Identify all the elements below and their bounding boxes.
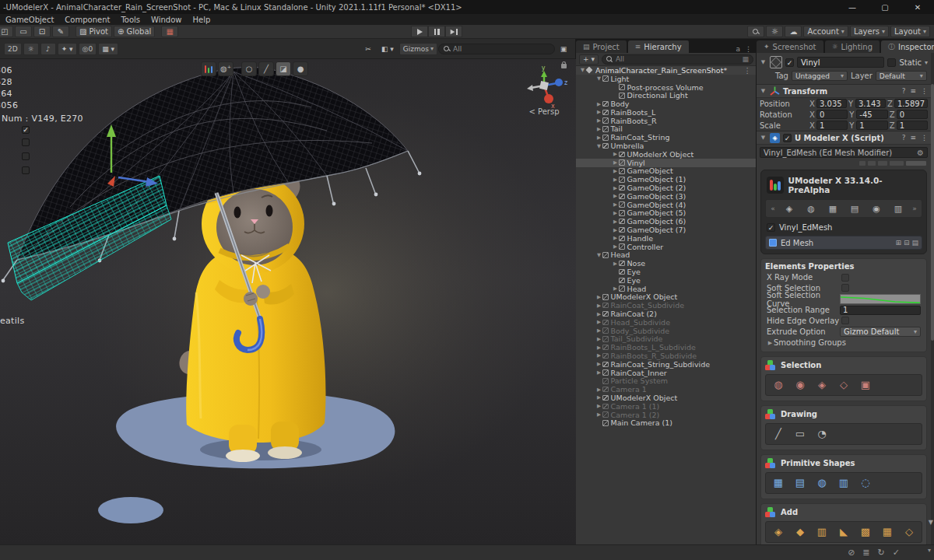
foldout-closed-icon[interactable]: ▶ [595, 319, 602, 325]
layout-dropdown[interactable]: Layout▾ [890, 26, 930, 37]
account-dropdown[interactable]: Account▾ [803, 26, 848, 37]
presets-icon[interactable]: ≡ [910, 87, 916, 95]
prim-torus-icon[interactable]: ◌ [856, 475, 875, 491]
foldout-closed-icon[interactable]: ▶ [595, 403, 602, 409]
foldout-closed-icon[interactable]: ▶ [612, 227, 619, 233]
tree-item-camera-1-1-[interactable]: ▶Camera 1 (1) [576, 402, 756, 411]
pause-button[interactable] [428, 26, 445, 37]
tree-item-raincoat-string[interactable]: ▶RainCoat_String [576, 133, 756, 142]
tree-item-tail[interactable]: ▶Tail [576, 125, 756, 134]
selection-range-field[interactable]: 1 [840, 306, 921, 315]
chevron-right-icon[interactable]: ▶ [767, 340, 774, 346]
tree-item-main-camera-1-[interactable]: Main Camera (1) [576, 418, 756, 427]
vertex-mode-icon[interactable]: ○ [241, 61, 257, 76]
tree-item-umodelerx-object[interactable]: ▶UModelerX Object [576, 394, 756, 402]
more-icon[interactable]: ⋮ [921, 87, 928, 95]
capsule-wire-icon[interactable]: ▥ [890, 201, 907, 215]
tree-item-particle-system[interactable]: Particle System [576, 376, 756, 385]
minimize-button[interactable]: — [836, 0, 869, 14]
position-x-field[interactable]: 3.035 [816, 99, 847, 108]
position-z-field[interactable]: 1.5897 [894, 99, 928, 108]
tree-item-animalcharacter-rain-screenshot-[interactable]: ▼AnimalCharacter_Rain_ScreenShot*⋮ [576, 66, 756, 75]
add-lattice-icon[interactable]: ▦ [878, 524, 897, 540]
static-checkbox[interactable] [887, 58, 896, 67]
tree-item-gameobject-5-[interactable]: ▶GameObject (5) [576, 209, 756, 218]
foldout-closed-icon[interactable]: ▶ [612, 219, 619, 225]
tag-dropdown[interactable]: Untagged▾ [792, 71, 848, 81]
scene-options-icon[interactable]: ⋮ [744, 66, 757, 75]
tree-item-head[interactable]: ▼Head [576, 251, 756, 260]
scene-viewport[interactable]: 3066282643056 Num : V149, E270 ✓ eatils … [0, 59, 576, 544]
custom-tool-icon[interactable]: ✎ [52, 26, 69, 37]
tree-item-raincoat-subdivide[interactable]: ▶RainCoat_Subdivide [576, 301, 756, 310]
2d-toggle[interactable]: 2D [4, 43, 22, 55]
foldout-closed-icon[interactable]: ▶ [595, 336, 602, 342]
foldout-closed-icon[interactable]: ▶ [612, 168, 619, 174]
rotation-z-field[interactable]: 0 [897, 110, 928, 119]
grid-snap-button[interactable]: ▦ [161, 26, 178, 37]
add-face-icon[interactable]: ◈ [769, 524, 788, 540]
foldout-closed-icon[interactable]: ▶ [612, 210, 619, 216]
tree-item-umbrella[interactable]: ▼Umbrella [576, 142, 756, 150]
umodeler-logo-icon[interactable] [201, 61, 216, 76]
soft-selection-checkbox[interactable] [841, 284, 849, 292]
search-button[interactable] [747, 26, 764, 37]
gameobject-name-field[interactable]: Vinyl [797, 57, 884, 68]
tree-item-umodelerx-object[interactable]: ▶UModelerX Object [576, 150, 756, 159]
menu-item-gameobject[interactable]: GameObject [0, 16, 59, 24]
mesh-enabled-checkbox[interactable]: ✓ [767, 223, 775, 232]
foldout-closed-icon[interactable]: ▶ [595, 109, 602, 115]
tab-screenshot[interactable]: ✦Screenshot [757, 40, 824, 53]
column-toggle-icon[interactable]: ▦ [742, 55, 749, 63]
object-mode-icon[interactable]: ● [293, 61, 308, 76]
tree-item-gameobject-4-[interactable]: ▶GameObject (4) [576, 201, 756, 209]
tree-item-rainboots-r-subdivide[interactable]: ▶RainBoots_R_Subdivide [576, 352, 756, 360]
rotation-x-field[interactable]: 0 [816, 110, 848, 119]
select-face-stack-icon[interactable]: ◇ [834, 377, 853, 393]
foldout-closed-icon[interactable]: ▶ [595, 294, 602, 300]
menu-item-help[interactable]: Help [187, 16, 216, 24]
draw-line-icon[interactable]: ╱ [769, 426, 788, 442]
umodeler-sphere-add-icon[interactable]: ◍⁺ [218, 61, 234, 76]
transform-tool-icon[interactable]: ⊡ [33, 26, 51, 37]
cloud-collab-button[interactable]: ☁ [785, 26, 802, 37]
foldout-closed-icon[interactable]: ▶ [612, 243, 619, 250]
tree-item-umodelerx-object[interactable]: ▶UModelerX Object [576, 293, 756, 302]
foldout-closed-icon[interactable]: ▶ [612, 235, 619, 241]
foldout-open-icon[interactable]: ▼ [595, 75, 602, 82]
layers-dropdown[interactable]: Layers▾ [850, 26, 889, 37]
foldout-closed-icon[interactable]: ▶ [595, 361, 602, 367]
tree-item-raincoat-2-[interactable]: ▶RainCoat (2) [576, 310, 756, 318]
foldout-closed-icon[interactable]: ▶ [612, 201, 619, 208]
menu-item-component[interactable]: Component [59, 16, 115, 24]
scale-z-field[interactable]: 1 [897, 121, 928, 130]
smoothing-groups-foldout[interactable]: Smoothing Groups [774, 338, 846, 347]
scale-y-field[interactable]: 1 [856, 121, 887, 130]
select-sphere-grid-icon[interactable]: ◍ [769, 377, 788, 393]
face-tool-icon[interactable]: ◈ [781, 201, 798, 215]
menu-item-window[interactable]: Window [146, 16, 187, 24]
refresh-disabled-icon[interactable]: ↻ [878, 548, 885, 558]
draw-rect-icon[interactable]: ▭ [791, 426, 809, 442]
tree-item-gameobject-3-[interactable]: ▶GameObject (3) [576, 192, 756, 201]
foldout-closed-icon[interactable]: ▶ [595, 387, 602, 393]
tree-item-rainboots-l[interactable]: ▶RainBoots_L [576, 108, 756, 117]
edmesh-add-icon[interactable]: ⊞ [895, 239, 901, 247]
foldout-open-icon[interactable]: ▼ [579, 67, 586, 73]
tree-item-gameobject-2-[interactable]: ▶GameObject (2) [576, 184, 756, 192]
add-bridge-icon[interactable]: ◣ [834, 524, 853, 540]
foldout-closed-icon[interactable]: ▶ [595, 135, 602, 141]
select-faces-icon[interactable]: ◈ [813, 377, 831, 393]
transform-component-header[interactable]: ▼ Transform ?≡⋮ [757, 84, 931, 98]
position-y-field[interactable]: 3.143 [855, 99, 886, 108]
prim-sphere-icon[interactable]: ◍ [813, 475, 831, 491]
foldout-closed-icon[interactable]: ▶ [595, 345, 602, 351]
inspector-scrollbar[interactable] [931, 53, 934, 544]
tree-item-light[interactable]: ▼Light [576, 75, 756, 83]
presets-icon[interactable]: ≡ [910, 134, 916, 142]
tree-item-rainboots-r[interactable]: ▶RainBoots_R [576, 117, 756, 125]
scene-camera-dropdown[interactable]: ◧ ▾ [377, 43, 398, 55]
cube-wire-icon[interactable]: ▦ [824, 201, 841, 215]
tree-item-gameobject-6-[interactable]: ▶GameObject (6) [576, 217, 756, 226]
chevron-down-icon[interactable]: ▼ [760, 59, 767, 65]
